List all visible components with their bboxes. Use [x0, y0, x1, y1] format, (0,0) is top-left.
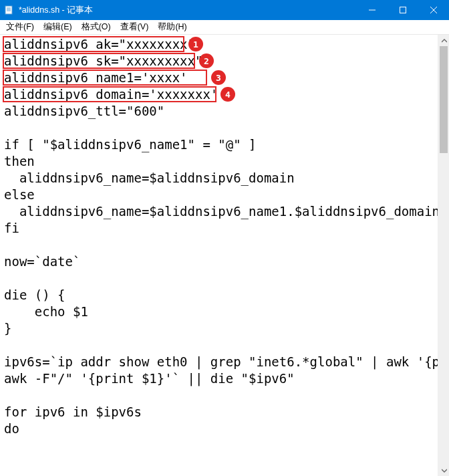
code-line: now=`date` [4, 253, 435, 270]
notepad-icon [4, 5, 15, 15]
menu-help[interactable]: 帮助(H) [153, 20, 191, 34]
code-line: aliddnsipv6_name=$aliddnsipv6_domain [4, 170, 435, 187]
text-editor[interactable]: aliddnsipv6_ak="xxxxxxxx"aliddnsipv6_sk=… [0, 35, 438, 476]
code-line: then [4, 153, 435, 170]
code-line: aliddnsipv6_ak="xxxxxxxx" [4, 36, 435, 53]
window-controls [357, 0, 449, 20]
code-line: ipv6s=`ip addr show eth0 | grep "inet6.*… [4, 354, 435, 370]
code-line: echo $1 [4, 304, 435, 320]
code-line: aliddnsipv6_name=$aliddnsipv6_name1.$ali… [4, 203, 435, 220]
menu-file[interactable]: 文件(F) [1, 20, 39, 34]
window-title: *aliddns.sh - 记事本 [19, 5, 357, 16]
maximize-button[interactable] [388, 0, 418, 20]
svg-rect-0 [5, 6, 12, 14]
code-line: for ipv6 in $ipv6s [4, 404, 435, 421]
scroll-down-button[interactable] [438, 465, 449, 476]
code-line: do [4, 421, 435, 437]
close-button[interactable] [418, 0, 449, 20]
menu-format[interactable]: 格式(O) [77, 20, 116, 34]
menubar: 文件(F) 编辑(E) 格式(O) 查看(V) 帮助(H) [0, 20, 449, 35]
titlebar: *aliddns.sh - 记事本 [0, 0, 449, 20]
code-line [4, 270, 435, 287]
content-area: aliddnsipv6_ak="xxxxxxxx"aliddnsipv6_sk=… [0, 35, 449, 476]
code-line: aliddnsipv6_ttl="600" [4, 103, 435, 120]
code-line: aliddnsipv6_domain='xxxxxxx' [4, 86, 435, 103]
code-line [4, 387, 435, 404]
code-line [4, 337, 435, 354]
menu-view[interactable]: 查看(V) [116, 20, 154, 34]
code-line: awk -F"/" '{print $1}'` || die "$ipv6" [4, 370, 435, 387]
code-line [4, 237, 435, 253]
minimize-button[interactable] [357, 0, 388, 20]
svg-rect-5 [400, 7, 406, 13]
code-line: fi [4, 220, 435, 237]
code-line: aliddnsipv6_sk="xxxxxxxxx" [4, 53, 435, 70]
code-line: } [4, 320, 435, 337]
scroll-thumb[interactable] [440, 46, 448, 153]
menu-edit[interactable]: 编辑(E) [39, 20, 77, 34]
code-line: else [4, 187, 435, 203]
code-line: aliddnsipv6_name1='xxxx' [4, 70, 435, 86]
scroll-up-button[interactable] [438, 35, 449, 46]
code-line [4, 120, 435, 136]
code-line: die () { [4, 287, 435, 304]
vertical-scrollbar[interactable] [438, 35, 449, 476]
code-line: if [ "$aliddnsipv6_name1" = "@" ] [4, 136, 435, 153]
